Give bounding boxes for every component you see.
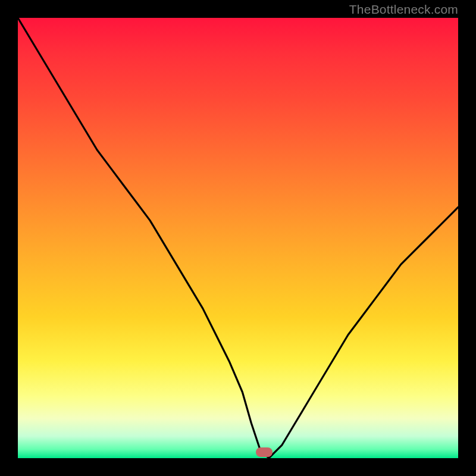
watermark-text: TheBottleneck.com (349, 2, 458, 17)
minimum-marker (256, 447, 273, 457)
bottleneck-curve (18, 18, 458, 458)
plot-area (18, 18, 458, 458)
chart-frame: TheBottleneck.com (0, 0, 476, 476)
